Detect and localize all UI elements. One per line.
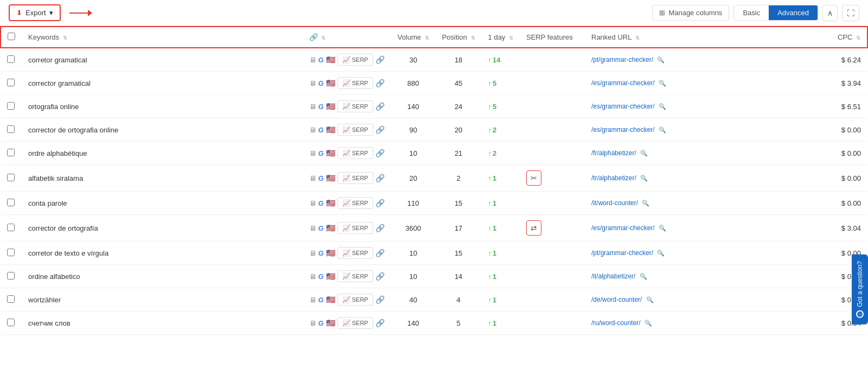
help-widget[interactable]: i Got a question? (852, 255, 868, 325)
url-search-icon[interactable]: 🔍 (640, 150, 648, 156)
url-search-icon[interactable]: 🔍 (644, 320, 652, 326)
volume-value: 20 (409, 174, 417, 182)
url-search-icon[interactable]: 🔍 (659, 103, 666, 110)
serp-button[interactable]: 📈 SERP (337, 247, 373, 259)
desktop-icon: 🖥 (309, 272, 316, 281)
row-checkbox[interactable] (7, 55, 15, 63)
ranked-url-cell: /es/grammar-checker/ 🔍 (585, 118, 824, 142)
th-volume[interactable]: Volume ⇅ (391, 27, 436, 48)
serp-chart-icon: 📈 (342, 199, 350, 207)
serp-label: SERP (352, 175, 368, 181)
select-all-checkbox[interactable] (8, 33, 15, 40)
volume-value: 3600 (405, 224, 421, 232)
row-checkbox[interactable] (7, 79, 15, 86)
serp-label: SERP (352, 150, 368, 156)
row-checkbox[interactable] (7, 295, 15, 303)
tab-advanced[interactable]: Advanced (769, 5, 818, 20)
serp-button[interactable]: 📈 SERP (337, 294, 373, 306)
row-checkbox[interactable] (7, 272, 15, 280)
export-button[interactable]: ⬇ Export ▾ (9, 4, 61, 21)
url-search-icon[interactable]: 🔍 (640, 175, 648, 181)
serp-features-cell (520, 48, 585, 72)
row-checkbox-cell (1, 118, 22, 142)
row-checkbox[interactable] (7, 174, 15, 181)
ranked-url-link[interactable]: /es/grammar-checker/ (591, 103, 655, 110)
serp-button[interactable]: 📈 SERP (337, 172, 373, 184)
serp-button[interactable]: 📈 SERP (337, 147, 373, 159)
volume-cell: 140 (391, 95, 436, 118)
serp-button[interactable]: 📈 SERP (337, 77, 373, 89)
ranked-url-link[interactable]: /ru/word-counter/ (591, 319, 641, 327)
serp-button[interactable]: 📈 SERP (337, 222, 373, 234)
change-cell: 1 (482, 215, 520, 242)
row-checkbox-cell (1, 242, 22, 265)
ranked-url-link[interactable]: /es/grammar-checker/ (591, 126, 655, 134)
google-icon: G (318, 79, 324, 87)
url-search-icon[interactable]: 🔍 (659, 126, 666, 133)
row-checkbox[interactable] (7, 199, 15, 206)
keyword-text: alfabetik siralama (28, 174, 83, 182)
link-chain-icon: 🔗 (375, 79, 385, 87)
volume-cell: 20 (391, 165, 436, 192)
row-checkbox[interactable] (7, 149, 15, 156)
position-value: 5 (457, 319, 461, 327)
ranked-url-link[interactable]: /pt/grammar-checker/ (591, 56, 653, 64)
url-search-icon[interactable]: 🔍 (659, 225, 666, 231)
row-checkbox-cell (1, 192, 22, 215)
url-search-icon[interactable]: 🔍 (657, 250, 665, 256)
ranked-url-link[interactable]: /de/word-counter/ (591, 296, 642, 303)
th-ranked-url[interactable]: Ranked URL ⇅ (585, 27, 824, 48)
url-search-icon[interactable]: 🔍 (657, 56, 665, 63)
serp-button[interactable]: 📈 SERP (337, 197, 373, 209)
serp-button[interactable]: 📈 SERP (337, 124, 373, 136)
ranked-url-link[interactable]: /pt/grammar-checker/ (591, 249, 653, 257)
row-checkbox[interactable] (7, 224, 15, 231)
link-chain-icon: 🔗 (375, 249, 385, 257)
row-checkbox[interactable] (7, 249, 15, 256)
ranked-url-link[interactable]: /fr/alphabetizer/ (591, 149, 636, 157)
position-cell: 4 (436, 288, 482, 312)
icon-group-cell: 🖥 G 🇺🇸 📈 SERP 🔗 (303, 165, 391, 192)
ranked-url-link[interactable]: /es/grammar-checker/ (591, 79, 655, 87)
desktop-icon: 🖥 (309, 249, 316, 257)
table-row: ordre alphabétique 🖥 G 🇺🇸 📈 SERP 🔗 10 21… (1, 142, 867, 165)
row-checkbox[interactable] (7, 125, 15, 133)
th-cpc[interactable]: CPC ⇅ (824, 27, 867, 48)
volume-cell: 40 (391, 288, 436, 312)
url-search-icon[interactable]: 🔍 (642, 200, 649, 206)
serp-button[interactable]: 📈 SERP (337, 54, 373, 66)
change-cell: 2 (482, 142, 520, 165)
th-keywords[interactable]: Keywords ⇅ (22, 27, 303, 48)
ranked-url-link[interactable]: /tr/alphabetizer/ (591, 174, 636, 182)
serp-features-cell (520, 242, 585, 265)
volume-cell: 10 (391, 142, 436, 165)
position-value: 24 (455, 103, 462, 111)
row-checkbox[interactable] (7, 102, 15, 110)
ranked-url-link[interactable]: /it/alphabetizer/ (591, 272, 635, 280)
position-cell: 2 (436, 165, 482, 192)
th-one-day[interactable]: 1 day ⇅ (482, 27, 520, 48)
position-cell: 14 (436, 265, 482, 288)
serp-button[interactable]: 📈 SERP (337, 317, 373, 329)
manage-columns-icon: ⊞ (659, 9, 665, 17)
expand-button[interactable]: ⛶ (842, 5, 859, 21)
serp-label: SERP (352, 250, 368, 256)
manage-columns-button[interactable]: ⊞ Manage columns (652, 5, 729, 21)
url-search-icon[interactable]: 🔍 (646, 296, 654, 303)
url-search-icon[interactable]: 🔍 (640, 273, 647, 280)
icon-group: 🖥 G 🇺🇸 📈 SERP 🔗 (309, 77, 385, 89)
serp-features-cell (520, 265, 585, 288)
th-position[interactable]: Position ⇅ (436, 27, 482, 48)
collapse-button[interactable]: ∧ (822, 5, 838, 21)
url-search-icon[interactable]: 🔍 (659, 80, 666, 86)
cpc-cell: $ 3.94 (824, 72, 867, 95)
serp-button[interactable]: 📈 SERP (337, 270, 373, 282)
ranked-url-sort-icon: ⇅ (635, 35, 640, 41)
serp-button[interactable]: 📈 SERP (337, 100, 373, 112)
row-checkbox[interactable] (7, 319, 15, 326)
icon-group: 🖥 G 🇺🇸 📈 SERP 🔗 (309, 247, 385, 259)
ranked-url-link[interactable]: /es/grammar-checker/ (591, 224, 655, 232)
volume-sort-icon: ⇅ (425, 35, 429, 41)
ranked-url-link[interactable]: /it/word-counter/ (591, 199, 638, 207)
tab-basic[interactable]: Basic (734, 5, 769, 20)
